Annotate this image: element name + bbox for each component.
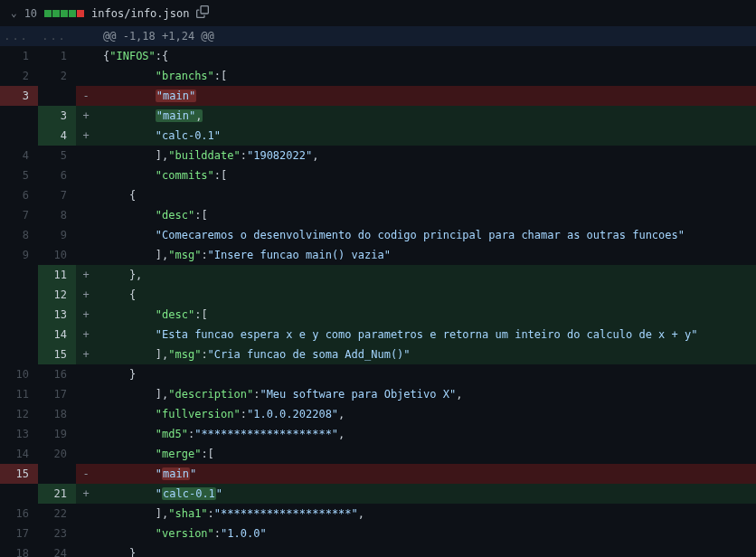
diff-marker bbox=[76, 185, 96, 205]
code-line: "Esta funcao espera x e y como parametro… bbox=[96, 325, 756, 345]
diff-marker bbox=[76, 66, 96, 86]
code-line: "commits":[ bbox=[96, 165, 756, 185]
line-number-new[interactable]: 13 bbox=[38, 305, 76, 325]
line-number-old[interactable]: 12 bbox=[0, 404, 38, 424]
diff-row: 3- "main" bbox=[0, 86, 756, 106]
line-number-new[interactable]: 9 bbox=[38, 225, 76, 245]
line-number-new[interactable]: 10 bbox=[38, 245, 76, 265]
line-number-old[interactable]: 11 bbox=[0, 384, 38, 404]
line-number-new[interactable]: 16 bbox=[38, 364, 76, 384]
code-line: ],"builddate":"19082022", bbox=[96, 146, 756, 165]
diff-marker bbox=[76, 225, 96, 245]
code-line: ],"description":"Meu software para Objet… bbox=[96, 384, 756, 404]
code-line: "md5":"********************", bbox=[96, 424, 756, 444]
code-line: "fullversion":"1.0.0.202208", bbox=[96, 404, 756, 424]
code-line: "calc-0.1" bbox=[96, 484, 756, 504]
line-number-new[interactable] bbox=[38, 86, 76, 106]
line-number-old[interactable] bbox=[0, 106, 38, 126]
line-number-old[interactable]: 13 bbox=[0, 424, 38, 444]
line-number-new[interactable]: 14 bbox=[38, 325, 76, 345]
diff-row: 78 "desc":[ bbox=[0, 205, 756, 225]
line-number-new[interactable]: 7 bbox=[38, 185, 76, 205]
line-number-new[interactable]: 22 bbox=[38, 504, 76, 524]
line-number-old[interactable]: 17 bbox=[0, 524, 38, 543]
copy-icon[interactable] bbox=[196, 5, 209, 21]
line-number-new[interactable]: 17 bbox=[38, 384, 76, 404]
diff-row: 15- "main" bbox=[0, 464, 756, 484]
diff-marker bbox=[76, 245, 96, 265]
code-line: "main", bbox=[96, 106, 756, 126]
line-number-new[interactable]: 20 bbox=[38, 444, 76, 464]
chevron-down-icon[interactable]: ⌄ bbox=[11, 7, 17, 19]
diff-marker bbox=[76, 205, 96, 225]
diff-marker bbox=[76, 424, 96, 444]
line-number-old[interactable]: 7 bbox=[0, 205, 38, 225]
line-number-new[interactable]: 8 bbox=[38, 205, 76, 225]
line-number-new[interactable]: 19 bbox=[38, 424, 76, 444]
diff-row: 3+ "main", bbox=[0, 106, 756, 126]
line-number-new[interactable]: 23 bbox=[38, 524, 76, 543]
code-line: } bbox=[96, 364, 756, 384]
code-line: "desc":[ bbox=[96, 205, 756, 225]
line-number-old[interactable]: 1 bbox=[0, 46, 38, 66]
diff-row: 11+ }, bbox=[0, 265, 756, 285]
diff-row: 1117 ],"description":"Meu software para … bbox=[0, 384, 756, 404]
diff-marker bbox=[76, 504, 96, 524]
code-line: { bbox=[96, 285, 756, 305]
diff-marker: + bbox=[76, 484, 96, 504]
line-number-old[interactable]: 2 bbox=[0, 66, 38, 86]
diffstat bbox=[44, 10, 84, 17]
diff-marker bbox=[76, 46, 96, 66]
line-number-old[interactable]: 15 bbox=[0, 464, 38, 484]
line-number-old[interactable] bbox=[0, 126, 38, 146]
diff-row: 11{"INFOS":{ bbox=[0, 46, 756, 66]
line-number-new[interactable]: 11 bbox=[38, 265, 76, 285]
line-number-new[interactable]: 3 bbox=[38, 106, 76, 126]
diff-marker bbox=[76, 146, 96, 165]
line-number-old[interactable] bbox=[0, 285, 38, 305]
diff-row: 21+ "calc-0.1" bbox=[0, 484, 756, 504]
line-number-old[interactable]: 3 bbox=[0, 86, 38, 106]
diff-row: 1622 ],"sha1":"********************", bbox=[0, 504, 756, 524]
diff-row: 22 "branchs":[ bbox=[0, 66, 756, 86]
line-number-old[interactable]: 10 bbox=[0, 364, 38, 384]
code-line: "branchs":[ bbox=[96, 66, 756, 86]
line-number-old[interactable] bbox=[0, 265, 38, 285]
line-number-old[interactable] bbox=[0, 345, 38, 364]
line-number-new[interactable]: 6 bbox=[38, 165, 76, 185]
line-number-old[interactable] bbox=[0, 325, 38, 345]
line-number-old[interactable]: 5 bbox=[0, 165, 38, 185]
line-number-old[interactable]: 9 bbox=[0, 245, 38, 265]
diff-row: 89 "Comecaremos o desenvolvimento do cod… bbox=[0, 225, 756, 245]
diff-marker: - bbox=[76, 86, 96, 106]
line-number-new[interactable] bbox=[38, 464, 76, 484]
line-number-new[interactable]: 1 bbox=[38, 46, 76, 66]
line-number-new[interactable]: 21 bbox=[38, 484, 76, 504]
line-number-new[interactable]: 15 bbox=[38, 345, 76, 364]
code-line: ],"msg":"Cria funcao de soma Add_Num()" bbox=[96, 345, 756, 364]
diff-marker: + bbox=[76, 106, 96, 126]
line-number-new[interactable]: 18 bbox=[38, 404, 76, 424]
line-number-new[interactable]: 12 bbox=[38, 285, 76, 305]
code-line: "calc-0.1" bbox=[96, 126, 756, 146]
line-number-old[interactable]: 8 bbox=[0, 225, 38, 245]
line-number-old[interactable]: 18 bbox=[0, 543, 38, 557]
line-number-old[interactable]: 4 bbox=[0, 146, 38, 165]
expand-icon[interactable]: ... bbox=[38, 26, 76, 46]
code-line: } bbox=[96, 543, 756, 557]
line-number-new[interactable]: 24 bbox=[38, 543, 76, 557]
file-path[interactable]: infos/info.json bbox=[91, 7, 189, 20]
diff-row: 4+ "calc-0.1" bbox=[0, 126, 756, 146]
line-number-new[interactable]: 4 bbox=[38, 126, 76, 146]
diff-row: 1319 "md5":"********************", bbox=[0, 424, 756, 444]
line-number-old[interactable]: 6 bbox=[0, 185, 38, 205]
diff-marker bbox=[76, 543, 96, 557]
line-number-old[interactable]: 14 bbox=[0, 444, 38, 464]
line-number-new[interactable]: 2 bbox=[38, 66, 76, 86]
expand-icon[interactable]: ... bbox=[0, 26, 38, 46]
line-number-old[interactable]: 16 bbox=[0, 504, 38, 524]
diff-marker: + bbox=[76, 265, 96, 285]
line-number-old[interactable] bbox=[0, 484, 38, 504]
line-number-old[interactable] bbox=[0, 305, 38, 325]
line-number-new[interactable]: 5 bbox=[38, 146, 76, 165]
